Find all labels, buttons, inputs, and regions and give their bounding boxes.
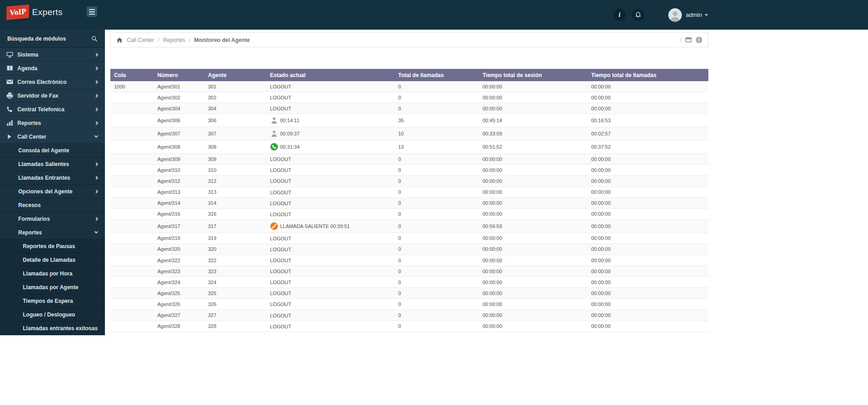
table-row: Agent/304304LOGOUT000:00:0000:00:00	[110, 103, 708, 114]
fax-icon	[6, 92, 17, 99]
cell-numero: Agent/320	[154, 244, 204, 254]
cell-sesion: 00:00:00	[479, 81, 587, 92]
table-row: Agent/322322LOGOUT000:00:0000:00:00	[110, 255, 708, 266]
sidebar-item-agenda[interactable]: Agenda	[0, 62, 105, 75]
breadcrumb-item-monitoreo-del-agente: Monitoreo del Agente	[194, 37, 249, 43]
cell-estado: LOGOUT	[266, 154, 395, 165]
cell-cola	[110, 92, 154, 103]
chevron-right-icon	[95, 67, 99, 70]
brand-logo[interactable]: VoIP Experts	[6, 5, 62, 19]
notifications-button[interactable]	[632, 9, 645, 21]
logo-experts-text: Experts	[32, 7, 62, 17]
sidebar-item-recesos[interactable]: Recesos	[0, 198, 105, 212]
avatar[interactable]	[668, 8, 682, 22]
cell-sesion: 00:00:00	[479, 266, 587, 277]
module-search[interactable]: Búsqueda de módulos	[0, 30, 105, 48]
module-search-label: Búsqueda de módulos	[7, 36, 66, 42]
cell-agente: 327	[204, 310, 266, 321]
sidebar-item-opciones-del-agente[interactable]: Opciones del Agente	[0, 185, 105, 198]
sidebar-item-llamadas-por-agente[interactable]: Llamadas por Agente	[0, 280, 105, 294]
chart-icon	[6, 119, 17, 126]
cell-sesion: 00:56:59	[479, 219, 587, 233]
cell-llamadas: 00:00:00	[587, 233, 708, 244]
sidebar-item-label: Llamadas entrantes exitosas	[23, 325, 98, 332]
sidebar-item-consola-del-agente[interactable]: Consola del Agente	[0, 144, 105, 157]
column-header-tiempo-total-de-sesion: Tiempo total de sesión	[479, 69, 587, 81]
sidebar-item-central-telefonica[interactable]: Central Telefonica	[0, 103, 105, 116]
sidebar-item-detalle-de-llamadas[interactable]: Detalle de Llamadas	[0, 253, 105, 267]
cell-numero: Agent/325	[154, 288, 204, 299]
cell-cola	[110, 288, 154, 299]
cell-estado: LOGOUT	[266, 187, 395, 197]
sidebar-item-llamadas-entrantes[interactable]: Llamadas Entrantes	[0, 171, 105, 185]
chevron-right-icon	[95, 190, 99, 193]
cell-cola	[110, 277, 154, 288]
sidebar-item-tiempos-de-espera[interactable]: Tiempos de Espera	[0, 294, 105, 308]
agent-status-text: LOGOUT	[270, 95, 291, 100]
cell-llamadas: 00:00:00	[587, 277, 708, 288]
cell-agente: 328	[204, 321, 266, 332]
cell-estado: LOGOUT	[266, 233, 395, 244]
agent-oncall-icon	[270, 143, 278, 151]
cell-llamadas: 00:00:00	[587, 299, 708, 310]
panel-icon[interactable]	[685, 36, 692, 43]
sidebar-item-servidor-de-fax[interactable]: Servidor de Fax	[0, 89, 105, 103]
sidebar-item-reportes-de-pausas[interactable]: Reportes de Pausas	[0, 239, 105, 253]
sidebar-item-reportes[interactable]: Reportes	[0, 116, 105, 130]
menu-toggle-button[interactable]	[87, 6, 97, 17]
sidebar-item-label: Detalle de Llamadas	[23, 257, 75, 263]
sidebar-item-llamadas-entrantes-exitosas[interactable]: Llamadas entrantes exitosas	[0, 322, 105, 335]
globe-icon[interactable]	[696, 36, 702, 43]
cell-agente: 308	[204, 140, 266, 154]
cell-cola	[110, 208, 154, 219]
agent-status-text: LOGOUT	[270, 280, 291, 285]
cell-numero: Agent/302	[154, 92, 204, 103]
agent-status-text: LOGOUT	[270, 190, 291, 195]
cell-cola	[110, 103, 154, 114]
user-menu[interactable]: admin	[686, 11, 707, 18]
cell-llamadas: 00:00:00	[587, 187, 708, 197]
agent-monitor-table-container: ColaNúmeroAgenteEstado actualTotal de ll…	[110, 69, 708, 338]
breadcrumb-items: Call Center/Reportes/Monitoreo del Agent…	[127, 37, 250, 43]
cell-sesion: 00:00:00	[479, 208, 587, 219]
cell-agente: 309	[204, 154, 266, 165]
sidebar-item-label: Llamadas por Hora	[23, 270, 73, 277]
breadcrumb-item-reportes[interactable]: Reportes	[163, 37, 185, 43]
cell-numero: Agent/312	[154, 176, 204, 187]
sidebar-item-formularios[interactable]: Formularios	[0, 212, 105, 226]
table-row: Agent/325325LOGOUT000:00:0000:00:00	[110, 288, 708, 299]
breadcrumb-item-call-center[interactable]: Call Center	[127, 37, 154, 43]
cell-estado: LOGOUT	[266, 266, 395, 277]
chevron-down-icon	[95, 136, 99, 137]
home-icon[interactable]	[116, 37, 123, 43]
column-header-agente: Agente	[204, 69, 266, 81]
search-icon	[91, 36, 98, 42]
sidebar-item-call-center[interactable]: Call Center	[0, 130, 105, 144]
sidebar: Búsqueda de módulos SistemaAgendaCorreo …	[0, 30, 105, 335]
cell-total: 0	[395, 176, 479, 187]
sidebar-item-logueo-deslogueo[interactable]: Logueo / Deslogueo	[0, 308, 105, 322]
cell-estado: LOGOUT	[266, 197, 395, 208]
info-button[interactable]: i	[613, 9, 626, 21]
sidebar-item-reportes[interactable]: Reportes	[0, 226, 105, 239]
cell-total: 0	[395, 208, 479, 219]
chevron-right-icon	[95, 81, 99, 83]
table-row: Agent/30830800:31:341300:51:5200:37:52	[110, 140, 708, 154]
cell-sesion: 00:00:00	[479, 176, 587, 187]
sidebar-item-label: Logueo / Deslogueo	[23, 312, 75, 318]
cell-agente: 317	[204, 219, 266, 233]
cell-total: 0	[395, 255, 479, 266]
agent-status-text: 00:14:11	[280, 118, 299, 123]
sidebar-item-label: Agenda	[17, 65, 37, 72]
cell-agente: 319	[204, 233, 266, 244]
sidebar-item-sistema[interactable]: Sistema	[0, 48, 105, 62]
cell-llamadas: 00:00:00	[587, 321, 708, 332]
hamburger-icon	[89, 9, 95, 10]
sidebar-item-llamadas-salientes[interactable]: Llamadas Salientes	[0, 157, 105, 171]
sidebar-item-llamadas-por-hora[interactable]: Llamadas por Hora	[0, 267, 105, 280]
sidebar-item-correo-electronico[interactable]: Correo Electrónico	[0, 75, 105, 89]
cell-sesion: 00:00:00	[479, 255, 587, 266]
sidebar-item-label: Central Telefonica	[17, 106, 64, 113]
cell-agente: 306	[204, 114, 266, 127]
monitor-icon	[6, 51, 17, 58]
